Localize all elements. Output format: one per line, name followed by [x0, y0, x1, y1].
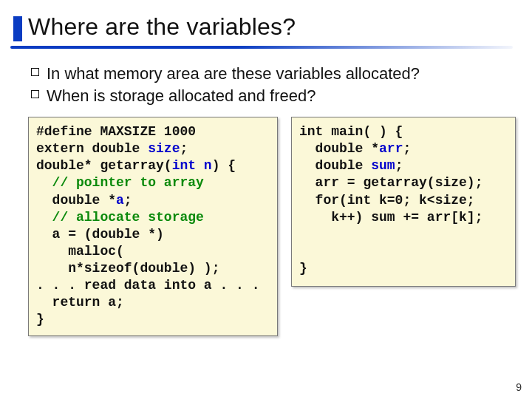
- code-box-left: #define MAXSIZE 1000 extern double size;…: [28, 117, 278, 335]
- code-line: double* getarray(int n) {: [36, 158, 236, 173]
- square-bullet-icon: [31, 90, 39, 98]
- title-block: Where are the variables?: [0, 0, 532, 41]
- code-line: }: [299, 261, 307, 276]
- code-line: extern double size;: [36, 141, 188, 156]
- code-line: }: [36, 312, 44, 327]
- code-box-right: int main( ) { double *arr; double sum; a…: [291, 117, 516, 287]
- bullet-text: In what memory area are these variables …: [47, 63, 420, 85]
- code-var: a: [116, 193, 124, 208]
- code-var: size: [148, 141, 180, 156]
- code-columns: #define MAXSIZE 1000 extern double size;…: [28, 117, 532, 335]
- code-comment: // allocate storage: [36, 210, 204, 225]
- code-line: int main( ) {: [299, 124, 403, 139]
- bullet-list: In what memory area are these variables …: [31, 63, 532, 106]
- code-line: malloc(: [36, 244, 124, 259]
- code-var: sum: [371, 158, 395, 173]
- code-line: double *a;: [36, 193, 132, 208]
- title-underline: [10, 46, 513, 49]
- code-line: #define MAXSIZE 1000: [36, 124, 196, 139]
- title-accent: [13, 16, 22, 41]
- slide-title: Where are the variables?: [28, 13, 532, 41]
- code-line: double sum;: [299, 158, 403, 173]
- code-line: for(int k=0; k<size;: [299, 193, 475, 208]
- square-bullet-icon: [31, 68, 39, 76]
- code-comment: // pointer to array: [36, 175, 204, 190]
- code-line: k++) sum += arr[k];: [299, 210, 482, 225]
- code-line: . . . read data into a . . .: [36, 278, 259, 293]
- code-line: a = (double *): [36, 227, 164, 242]
- bullet-item: When is storage allocated and freed?: [31, 85, 532, 107]
- code-line: n*sizeof(double) );: [36, 261, 219, 276]
- page-number: 9: [516, 381, 522, 393]
- bullet-item: In what memory area are these variables …: [31, 63, 532, 85]
- code-var: arr: [379, 141, 403, 156]
- code-line: double *arr;: [299, 141, 411, 156]
- code-param: int n: [172, 158, 212, 173]
- code-line: return a;: [36, 295, 124, 310]
- bullet-text: When is storage allocated and freed?: [47, 85, 316, 107]
- code-line: arr = getarray(size);: [299, 175, 482, 190]
